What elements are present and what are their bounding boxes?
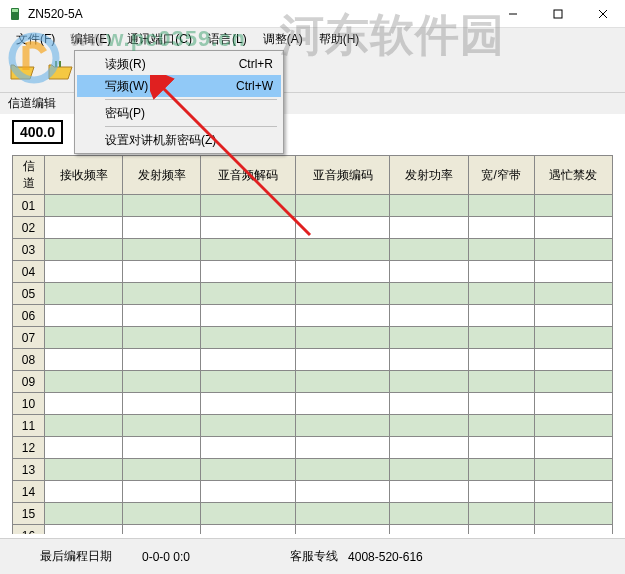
grid-cell[interactable]	[295, 415, 390, 437]
row-header[interactable]: 14	[13, 481, 45, 503]
grid-cell[interactable]	[201, 371, 296, 393]
table-row[interactable]: 09	[13, 371, 613, 393]
grid-cell[interactable]	[468, 371, 534, 393]
grid-cell[interactable]	[45, 459, 123, 481]
grid-cell[interactable]	[390, 195, 468, 217]
table-row[interactable]: 07	[13, 327, 613, 349]
grid-cell[interactable]	[534, 327, 612, 349]
row-header[interactable]: 02	[13, 217, 45, 239]
grid-cell[interactable]	[45, 503, 123, 525]
grid-cell[interactable]	[468, 415, 534, 437]
grid-cell[interactable]	[201, 239, 296, 261]
grid-cell[interactable]	[468, 239, 534, 261]
grid-cell[interactable]	[468, 437, 534, 459]
table-row[interactable]: 03	[13, 239, 613, 261]
grid-cell[interactable]	[201, 305, 296, 327]
grid-cell[interactable]	[123, 349, 201, 371]
grid-cell[interactable]	[123, 525, 201, 535]
col-channel[interactable]: 信道	[13, 156, 45, 195]
grid-cell[interactable]	[468, 217, 534, 239]
grid-cell[interactable]	[295, 217, 390, 239]
grid-cell[interactable]	[45, 349, 123, 371]
grid-cell[interactable]	[123, 283, 201, 305]
menu-file[interactable]: 文件(F)	[8, 29, 63, 50]
grid-cell[interactable]	[123, 217, 201, 239]
grid-cell[interactable]	[201, 525, 296, 535]
row-header[interactable]: 15	[13, 503, 45, 525]
grid-cell[interactable]	[390, 393, 468, 415]
grid-cell[interactable]	[201, 327, 296, 349]
grid-cell[interactable]	[468, 503, 534, 525]
toolbar-save-button[interactable]	[42, 53, 78, 89]
grid-cell[interactable]	[534, 459, 612, 481]
table-row[interactable]: 10	[13, 393, 613, 415]
row-header[interactable]: 10	[13, 393, 45, 415]
grid-cell[interactable]	[390, 481, 468, 503]
close-button[interactable]	[580, 0, 625, 28]
grid-cell[interactable]	[295, 393, 390, 415]
grid-cell[interactable]	[45, 481, 123, 503]
menu-password[interactable]: 密码(P)	[77, 102, 281, 124]
grid-cell[interactable]	[534, 503, 612, 525]
table-row[interactable]: 14	[13, 481, 613, 503]
row-header[interactable]: 01	[13, 195, 45, 217]
channel-grid[interactable]: 信道 接收频率 发射频率 亚音频解码 亚音频编码 发射功率 宽/窄带 遇忙禁发 …	[12, 155, 613, 534]
table-row[interactable]: 12	[13, 437, 613, 459]
grid-cell[interactable]	[123, 239, 201, 261]
grid-cell[interactable]	[390, 371, 468, 393]
row-header[interactable]: 06	[13, 305, 45, 327]
grid-cell[interactable]	[123, 481, 201, 503]
grid-cell[interactable]	[468, 305, 534, 327]
grid-cell[interactable]	[390, 261, 468, 283]
row-header[interactable]: 12	[13, 437, 45, 459]
grid-cell[interactable]	[534, 239, 612, 261]
grid-cell[interactable]	[295, 195, 390, 217]
grid-cell[interactable]	[468, 525, 534, 535]
col-ctcss-encode[interactable]: 亚音频编码	[295, 156, 390, 195]
grid-cell[interactable]	[534, 305, 612, 327]
table-row[interactable]: 16	[13, 525, 613, 535]
grid-cell[interactable]	[201, 349, 296, 371]
menu-write-freq[interactable]: 写频(W) Ctrl+W	[77, 75, 281, 97]
grid-cell[interactable]	[295, 371, 390, 393]
row-header[interactable]: 08	[13, 349, 45, 371]
grid-cell[interactable]	[123, 305, 201, 327]
row-header[interactable]: 16	[13, 525, 45, 535]
grid-cell[interactable]	[390, 459, 468, 481]
grid-cell[interactable]	[45, 305, 123, 327]
minimize-button[interactable]	[490, 0, 535, 28]
col-busy-lock[interactable]: 遇忙禁发	[534, 156, 612, 195]
row-header[interactable]: 09	[13, 371, 45, 393]
grid-cell[interactable]	[201, 415, 296, 437]
grid-cell[interactable]	[123, 503, 201, 525]
menu-port[interactable]: 通讯端口(C)	[119, 29, 200, 50]
grid-cell[interactable]	[295, 239, 390, 261]
grid-cell[interactable]	[390, 349, 468, 371]
table-row[interactable]: 08	[13, 349, 613, 371]
grid-cell[interactable]	[534, 283, 612, 305]
grid-cell[interactable]	[123, 459, 201, 481]
grid-cell[interactable]	[534, 525, 612, 535]
table-row[interactable]: 13	[13, 459, 613, 481]
grid-cell[interactable]	[295, 459, 390, 481]
table-row[interactable]: 04	[13, 261, 613, 283]
grid-cell[interactable]	[201, 261, 296, 283]
row-header[interactable]: 07	[13, 327, 45, 349]
grid-cell[interactable]	[295, 503, 390, 525]
grid-cell[interactable]	[45, 525, 123, 535]
grid-cell[interactable]	[201, 481, 296, 503]
menu-new-password[interactable]: 设置对讲机新密码(Z)	[77, 129, 281, 151]
grid-cell[interactable]	[534, 481, 612, 503]
grid-cell[interactable]	[201, 283, 296, 305]
grid-cell[interactable]	[468, 393, 534, 415]
table-row[interactable]: 05	[13, 283, 613, 305]
grid-cell[interactable]	[123, 261, 201, 283]
grid-cell[interactable]	[468, 195, 534, 217]
grid-cell[interactable]	[201, 437, 296, 459]
grid-cell[interactable]	[45, 217, 123, 239]
grid-cell[interactable]	[201, 393, 296, 415]
grid-cell[interactable]	[390, 415, 468, 437]
grid-cell[interactable]	[468, 261, 534, 283]
grid-cell[interactable]	[534, 393, 612, 415]
toolbar-open-button[interactable]	[4, 53, 40, 89]
